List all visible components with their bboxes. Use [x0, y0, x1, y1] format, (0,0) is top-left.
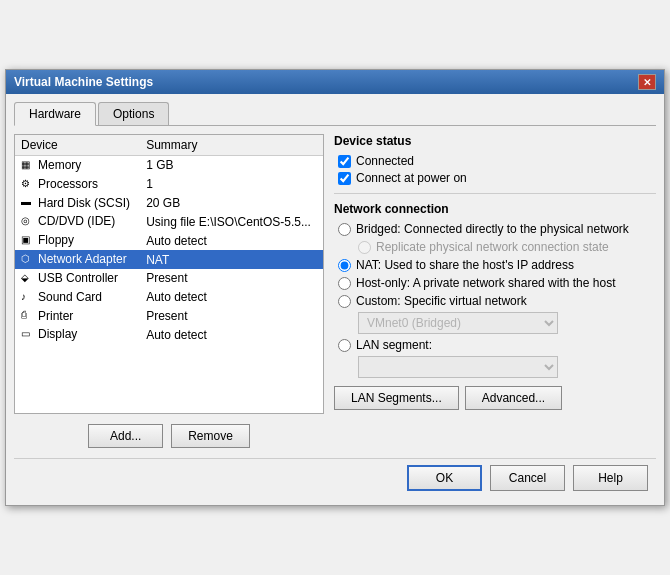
radio-bridged-label: Bridged: Connected directly to the physi… [356, 222, 629, 236]
printer-icon: ⎙ [21, 309, 35, 323]
action-buttons: LAN Segments... Advanced... [334, 386, 656, 410]
mem-icon: ▦ [21, 159, 35, 173]
hdd-icon: ▬ [21, 196, 35, 210]
title-bar: Virtual Machine Settings ✕ [6, 70, 664, 94]
dvd-icon: ◎ [21, 215, 35, 229]
cpu-icon: ⚙ [21, 178, 35, 192]
custom-network-dropdown[interactable]: VMnet0 (Bridged) [358, 312, 558, 334]
device-cell: ▦Memory [15, 156, 140, 175]
close-button[interactable]: ✕ [638, 74, 656, 90]
summary-cell: 20 GB [140, 194, 323, 213]
device-status-label: Device status [334, 134, 656, 148]
device-cell: ⬡Network Adapter [15, 250, 140, 269]
right-panel: Device status Connected Connect at power… [334, 134, 656, 448]
device-cell: ▭Display [15, 325, 140, 344]
radio-lan-row: LAN segment: [338, 338, 656, 352]
lan-segments-button[interactable]: LAN Segments... [334, 386, 459, 410]
radio-lan-label: LAN segment: [356, 338, 432, 352]
summary-cell: Using file E:\ISO\CentOS-5.5... [140, 212, 323, 231]
ok-button[interactable]: OK [407, 465, 482, 491]
connected-checkbox[interactable] [338, 155, 351, 168]
radio-bridged-row: Bridged: Connected directly to the physi… [338, 222, 656, 236]
sound-icon: ♪ [21, 291, 35, 305]
summary-cell: NAT [140, 250, 323, 269]
table-row[interactable]: ⬙USB ControllerPresent [15, 269, 323, 288]
table-row[interactable]: ▣FloppyAuto detect [15, 231, 323, 250]
connected-label: Connected [356, 154, 414, 168]
device-table: Device Summary ▦Memory1 GB⚙Processors1▬H… [14, 134, 324, 414]
radio-bridged[interactable] [338, 223, 351, 236]
col-summary: Summary [140, 135, 323, 156]
summary-cell: 1 [140, 175, 323, 194]
device-cell: ◎CD/DVD (IDE) [15, 212, 140, 231]
radio-group: Bridged: Connected directly to the physi… [338, 222, 656, 378]
table-row[interactable]: ◎CD/DVD (IDE)Using file E:\ISO\CentOS-5.… [15, 212, 323, 231]
radio-custom-label: Custom: Specific virtual network [356, 294, 527, 308]
advanced-button[interactable]: Advanced... [465, 386, 562, 410]
device-cell: ♪Sound Card [15, 288, 140, 307]
usb-icon: ⬙ [21, 272, 35, 286]
tab-bar: Hardware Options [14, 102, 656, 126]
table-row[interactable]: ⎙PrinterPresent [15, 307, 323, 326]
radio-hostonly[interactable] [338, 277, 351, 290]
device-cell: ⎙Printer [15, 307, 140, 326]
summary-cell: Present [140, 307, 323, 326]
radio-custom[interactable] [338, 295, 351, 308]
summary-cell: 1 GB [140, 156, 323, 175]
connected-row: Connected [338, 154, 656, 168]
table-row[interactable]: ♪Sound CardAuto detect [15, 288, 323, 307]
summary-cell: Auto detect [140, 231, 323, 250]
device-cell: ▬Hard Disk (SCSI) [15, 194, 140, 213]
left-buttons: Add... Remove [14, 424, 324, 448]
device-cell: ⬙USB Controller [15, 269, 140, 288]
floppy-icon: ▣ [21, 234, 35, 248]
title-bar-buttons: ✕ [638, 74, 656, 90]
radio-hostonly-label: Host-only: A private network shared with… [356, 276, 615, 290]
virtual-machine-settings-window: Virtual Machine Settings ✕ Hardware Opti… [5, 69, 665, 506]
custom-dropdown-row: VMnet0 (Bridged) [358, 312, 656, 334]
device-cell: ⚙Processors [15, 175, 140, 194]
remove-button[interactable]: Remove [171, 424, 250, 448]
bottom-buttons: OK Cancel Help [14, 458, 656, 497]
radio-lan[interactable] [338, 339, 351, 352]
table-row[interactable]: ▭DisplayAuto detect [15, 325, 323, 344]
connect-at-power-label: Connect at power on [356, 171, 467, 185]
device-cell: ▣Floppy [15, 231, 140, 250]
col-device: Device [15, 135, 140, 156]
radio-nat-label: NAT: Used to share the host's IP address [356, 258, 574, 272]
net-icon: ⬡ [21, 253, 35, 267]
window-body: Hardware Options Device Summary ▦Memo [6, 94, 664, 505]
lan-dropdown-row [358, 356, 656, 378]
radio-replicate-row: Replicate physical network connection st… [358, 240, 656, 254]
summary-cell: Auto detect [140, 325, 323, 344]
main-content: Device Summary ▦Memory1 GB⚙Processors1▬H… [14, 134, 656, 448]
help-button[interactable]: Help [573, 465, 648, 491]
tab-options[interactable]: Options [98, 102, 169, 125]
lan-segment-dropdown[interactable] [358, 356, 558, 378]
cancel-button[interactable]: Cancel [490, 465, 565, 491]
add-button[interactable]: Add... [88, 424, 163, 448]
network-connection-label: Network connection [334, 202, 656, 216]
left-panel: Device Summary ▦Memory1 GB⚙Processors1▬H… [14, 134, 324, 448]
connect-at-power-checkbox[interactable] [338, 172, 351, 185]
radio-hostonly-row: Host-only: A private network shared with… [338, 276, 656, 290]
display-icon: ▭ [21, 328, 35, 342]
radio-replicate-label: Replicate physical network connection st… [376, 240, 609, 254]
radio-replicate[interactable] [358, 241, 371, 254]
table-row[interactable]: ⬡Network AdapterNAT [15, 250, 323, 269]
tab-hardware[interactable]: Hardware [14, 102, 96, 126]
radio-nat[interactable] [338, 259, 351, 272]
table-row[interactable]: ▬Hard Disk (SCSI)20 GB [15, 194, 323, 213]
table-row[interactable]: ▦Memory1 GB [15, 156, 323, 175]
window-title: Virtual Machine Settings [14, 75, 153, 89]
radio-custom-row: Custom: Specific virtual network [338, 294, 656, 308]
radio-nat-row: NAT: Used to share the host's IP address [338, 258, 656, 272]
summary-cell: Present [140, 269, 323, 288]
table-row[interactable]: ⚙Processors1 [15, 175, 323, 194]
connect-power-row: Connect at power on [338, 171, 656, 185]
summary-cell: Auto detect [140, 288, 323, 307]
